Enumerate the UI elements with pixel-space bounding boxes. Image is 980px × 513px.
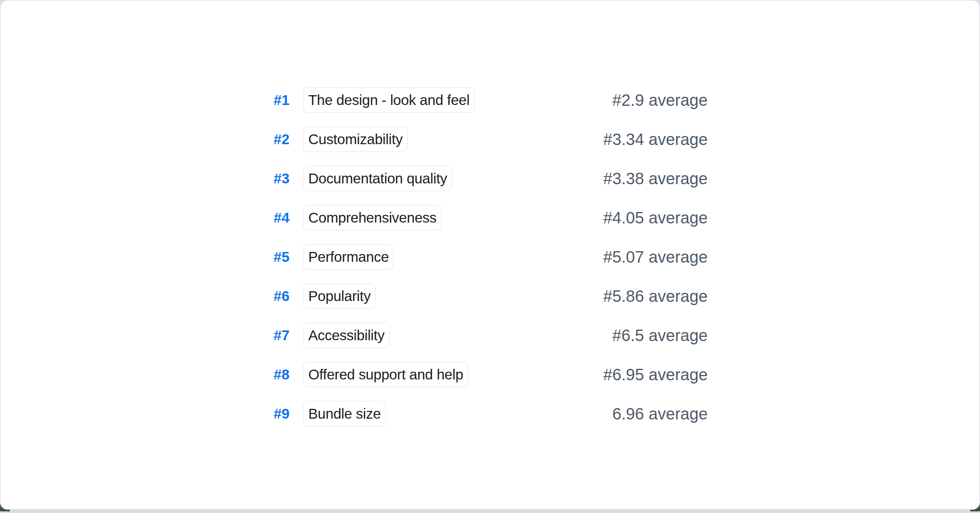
- rank-number: #8: [253, 366, 290, 383]
- average-score: #5.07 average: [603, 248, 708, 266]
- average-score: #3.34 average: [603, 130, 708, 149]
- ranking-row: #7 Accessibility #6.5 average: [253, 323, 708, 348]
- rank-number: #4: [253, 210, 290, 226]
- ranking-row: #8 Offered support and help #6.95 averag…: [253, 362, 708, 387]
- rank-number: #3: [253, 170, 290, 187]
- average-score: #3.38 average: [603, 170, 708, 188]
- ranking-row: #4 Comprehensiveness #4.05 average: [253, 205, 708, 230]
- results-card: #1 The design - look and feel #2.9 avera…: [0, 0, 980, 510]
- rank-number: #7: [253, 327, 290, 343]
- average-score: #2.9 average: [612, 91, 708, 109]
- ranking-row: #5 Performance #5.07 average: [253, 244, 708, 270]
- average-score: #4.05 average: [603, 209, 708, 227]
- option-pill: The design - look and feel: [303, 87, 474, 113]
- average-score: 6.96 average: [612, 405, 708, 423]
- option-pill: Bundle size: [303, 401, 386, 426]
- rank-number: #1: [253, 92, 290, 108]
- ranking-row: #6 Popularity #5.86 average: [253, 283, 708, 309]
- option-pill: Accessibility: [303, 323, 390, 348]
- ranking-row: #3 Documentation quality #3.38 average: [253, 166, 708, 191]
- ranking-row: #1 The design - look and feel #2.9 avera…: [253, 87, 708, 113]
- option-pill: Offered support and help: [303, 362, 468, 387]
- ranking-row: #2 Customizability #3.34 average: [253, 127, 708, 152]
- option-pill: Documentation quality: [303, 166, 452, 191]
- rank-number: #2: [253, 131, 290, 147]
- ranking-row: #9 Bundle size 6.96 average: [253, 401, 708, 426]
- average-score: #5.86 average: [603, 287, 708, 306]
- option-pill: Popularity: [303, 283, 376, 309]
- rank-number: #5: [253, 249, 290, 265]
- option-pill: Customizability: [303, 127, 408, 152]
- option-pill: Comprehensiveness: [303, 205, 441, 230]
- rank-number: #9: [253, 406, 290, 422]
- rank-number: #6: [253, 288, 290, 304]
- ranking-list: #1 The design - look and feel #2.9 avera…: [253, 87, 708, 440]
- average-score: #6.5 average: [612, 326, 708, 345]
- option-pill: Performance: [303, 244, 394, 270]
- average-score: #6.95 average: [603, 366, 708, 384]
